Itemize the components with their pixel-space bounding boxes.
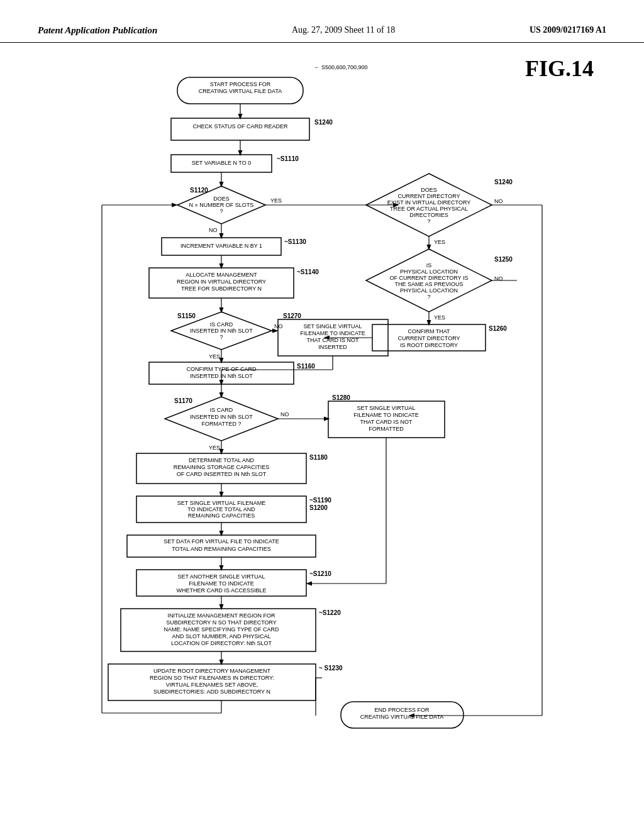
svg-text:SET SINGLE VIRTUAL: SET SINGLE VIRTUAL — [303, 323, 362, 329]
svg-text:THAT CARD IS NOT: THAT CARD IS NOT — [360, 419, 413, 425]
svg-text:REMAINING CAPACITIES: REMAINING CAPACITIES — [188, 512, 255, 519]
svg-text:S1170: S1170 — [174, 397, 192, 404]
svg-text:START PROCESS FOR: START PROCESS FOR — [210, 81, 271, 87]
svg-text:S1120: S1120 — [190, 187, 208, 194]
svg-text:SET VARIABLE N TO 0: SET VARIABLE N TO 0 — [192, 160, 251, 166]
svg-text:IS ROOT DIRECTORY: IS ROOT DIRECTORY — [400, 342, 458, 348]
svg-text:YES: YES — [209, 353, 220, 360]
svg-text:PHYSICAL LOCATION: PHYSICAL LOCATION — [400, 287, 458, 294]
svg-text:SET SINGLE VIRTUAL FILENAME: SET SINGLE VIRTUAL FILENAME — [177, 500, 265, 506]
svg-text:FORMATTED: FORMATTED — [369, 426, 404, 432]
svg-text:S1260: S1260 — [489, 325, 507, 332]
page-header: Patent Application Publication Aug. 27, … — [0, 0, 644, 43]
svg-text:FILENAME TO INDICATE: FILENAME TO INDICATE — [353, 412, 419, 418]
sheet-info: Aug. 27, 2009 Sheet 11 of 18 — [292, 25, 395, 35]
svg-text:THE SAME AS PREVIOUS: THE SAME AS PREVIOUS — [394, 281, 463, 287]
svg-text:THAT CARD IS NOT: THAT CARD IS NOT — [306, 337, 359, 343]
svg-text:~ S1230: ~ S1230 — [319, 665, 343, 672]
svg-text:SET SINGLE VIRTUAL: SET SINGLE VIRTUAL — [357, 405, 415, 411]
svg-text:?: ? — [219, 208, 223, 214]
svg-text:S1250: S1250 — [494, 256, 513, 263]
svg-text:DETERMINE TOTAL AND: DETERMINE TOTAL AND — [189, 457, 255, 463]
svg-text:ALLOCATE MANAGEMENT: ALLOCATE MANAGEMENT — [186, 272, 257, 278]
svg-text:REGION SO THAT FILENAMES IN DI: REGION SO THAT FILENAMES IN DIRECTORY: — [150, 675, 274, 681]
svg-text:REMAINING STORAGE CAPACITIES: REMAINING STORAGE CAPACITIES — [174, 464, 270, 470]
svg-text:OF CURRENT DIRECTORY IS: OF CURRENT DIRECTORY IS — [390, 275, 469, 281]
svg-text:S1200: S1200 — [309, 504, 328, 511]
svg-text:CONFIRM THAT: CONFIRM THAT — [408, 328, 450, 335]
svg-text:DOES: DOES — [421, 187, 437, 193]
svg-text:S1180: S1180 — [309, 454, 328, 461]
patent-number: US 2009/0217169 A1 — [530, 25, 606, 35]
svg-text:YES: YES — [434, 314, 445, 321]
svg-text:SET ANOTHER SINGLE VIRTUAL: SET ANOTHER SINGLE VIRTUAL — [177, 573, 265, 580]
svg-text:VIRTUAL FILENAMES SET ABOVE,: VIRTUAL FILENAMES SET ABOVE, — [166, 682, 258, 688]
svg-text:TREE OR ACTUAL PHYSICAL: TREE OR ACTUAL PHYSICAL — [390, 206, 468, 212]
svg-text:N = NUMBER OF SLOTS: N = NUMBER OF SLOTS — [189, 202, 254, 208]
svg-text:YES: YES — [434, 239, 445, 245]
svg-text:TREE FOR SUBDIRECTORY N: TREE FOR SUBDIRECTORY N — [181, 285, 262, 292]
svg-text:FILENAME TO INDICATE: FILENAME TO INDICATE — [300, 330, 365, 336]
svg-text:YES: YES — [270, 197, 282, 204]
svg-text:INSERTED: INSERTED — [318, 344, 347, 350]
svg-text:~S1140: ~S1140 — [297, 268, 319, 275]
svg-text:~S1220: ~S1220 — [319, 609, 341, 616]
svg-text:DOES: DOES — [213, 196, 230, 202]
svg-text:LOCATION OF DIRECTORY: Nth SLO: LOCATION OF DIRECTORY: Nth SLOT — [171, 640, 272, 646]
svg-text:SET DATA FOR VIRTUAL FILE TO I: SET DATA FOR VIRTUAL FILE TO INDICATE — [164, 538, 279, 545]
svg-text:CHECK STATUS OF CARD READER: CHECK STATUS OF CARD READER — [192, 123, 288, 130]
svg-text:AND SLOT NUMBER, AND PHYSICAL: AND SLOT NUMBER, AND PHYSICAL — [172, 633, 271, 639]
svg-text:WHETHER CARD IS ACCESSIBLE: WHETHER CARD IS ACCESSIBLE — [176, 587, 266, 594]
svg-text:SUBDIRECTORY N SO THAT DIRECTO: SUBDIRECTORY N SO THAT DIRECTORY — [166, 619, 277, 626]
svg-text:?: ? — [427, 294, 430, 300]
svg-text:?: ? — [427, 218, 430, 224]
svg-text:INITIALIZE MANAGEMENT REGION F: INITIALIZE MANAGEMENT REGION FOR — [168, 612, 275, 619]
svg-text:CREATING VIRTUAL FILE DATA: CREATING VIRTUAL FILE DATA — [199, 88, 282, 94]
svg-text:CURRENT DIRECTORY: CURRENT DIRECTORY — [397, 193, 460, 199]
svg-text:~S1110: ~S1110 — [277, 155, 299, 162]
svg-text:NO: NO — [494, 198, 503, 204]
svg-text:PHYSICAL LOCATION: PHYSICAL LOCATION — [400, 268, 458, 275]
svg-text:S1150: S1150 — [177, 313, 196, 319]
svg-text:S1240: S1240 — [314, 119, 333, 126]
svg-text:EXIST IN VIRTUAL DIRECTORY: EXIST IN VIRTUAL DIRECTORY — [387, 199, 471, 206]
page: Patent Application Publication Aug. 27, … — [0, 0, 644, 830]
svg-text:S1270: S1270 — [283, 313, 301, 319]
svg-text:~S1210: ~S1210 — [309, 570, 331, 577]
svg-text:NAME: NAME SPECIFYING TYPE OF : NAME: NAME SPECIFYING TYPE OF CARD — [164, 626, 279, 633]
svg-text:IS CARD: IS CARD — [210, 321, 233, 328]
svg-text:INSERTED IN Nth SLOT: INSERTED IN Nth SLOT — [190, 328, 253, 334]
svg-text:INSERTED IN Nth SLOT: INSERTED IN Nth SLOT — [190, 414, 253, 420]
figure-label: FIG.14 — [525, 55, 594, 82]
svg-text:?: ? — [219, 334, 223, 340]
svg-text:~S1130: ~S1130 — [284, 238, 306, 245]
svg-text:IS CARD: IS CARD — [210, 407, 233, 413]
svg-text:SUBDIRECTORIES: ADD SUBDIRECTO: SUBDIRECTORIES: ADD SUBDIRECTORY N — [153, 689, 270, 695]
flowchart-svg: ← S500,600,700,900 START PROCESS FOR CRE… — [39, 49, 605, 804]
svg-text:S1160: S1160 — [297, 363, 315, 370]
svg-text:S1240: S1240 — [494, 179, 513, 185]
svg-text:CREATING VIRTUAL FILE DATA: CREATING VIRTUAL FILE DATA — [360, 714, 444, 720]
svg-text:FILENAME TO INDICATE: FILENAME TO INDICATE — [189, 580, 254, 587]
svg-text:~S1190: ~S1190 — [309, 497, 331, 504]
svg-text:NO: NO — [209, 227, 218, 233]
svg-text:END PROCESS FOR: END PROCESS FOR — [374, 707, 430, 713]
svg-text:FORMATTED ?: FORMATTED ? — [202, 421, 242, 427]
svg-text:YES: YES — [209, 445, 220, 451]
publication-title: Patent Application Publication — [38, 25, 157, 36]
svg-text:CURRENT DIRECTORY: CURRENT DIRECTORY — [397, 335, 460, 341]
svg-text:S1280: S1280 — [332, 394, 350, 401]
svg-text:IS: IS — [426, 262, 432, 268]
svg-text:DIRECTORIES: DIRECTORIES — [409, 212, 448, 218]
diagram-area: FIG.14 ← S500,600,700,900 START PROCESS … — [0, 43, 644, 816]
svg-text:TOTAL AND REMAINING CAPACITIES: TOTAL AND REMAINING CAPACITIES — [172, 546, 271, 552]
svg-text:← S500,600,700,900: ← S500,600,700,900 — [314, 64, 367, 70]
svg-text:UPDATE ROOT DIRECTORY MANAGEME: UPDATE ROOT DIRECTORY MANAGEMENT — [153, 668, 271, 674]
svg-text:NO: NO — [280, 411, 289, 418]
svg-text:OF CARD INSERTED IN Nth SLOT: OF CARD INSERTED IN Nth SLOT — [177, 471, 267, 477]
svg-text:TO INDICATE TOTAL AND: TO INDICATE TOTAL AND — [187, 506, 255, 512]
svg-text:INCREMENT VARIABLE N BY 1: INCREMENT VARIABLE N BY 1 — [180, 243, 262, 249]
svg-text:REGION IN VIRTUAL DIRECTORY: REGION IN VIRTUAL DIRECTORY — [177, 279, 266, 285]
